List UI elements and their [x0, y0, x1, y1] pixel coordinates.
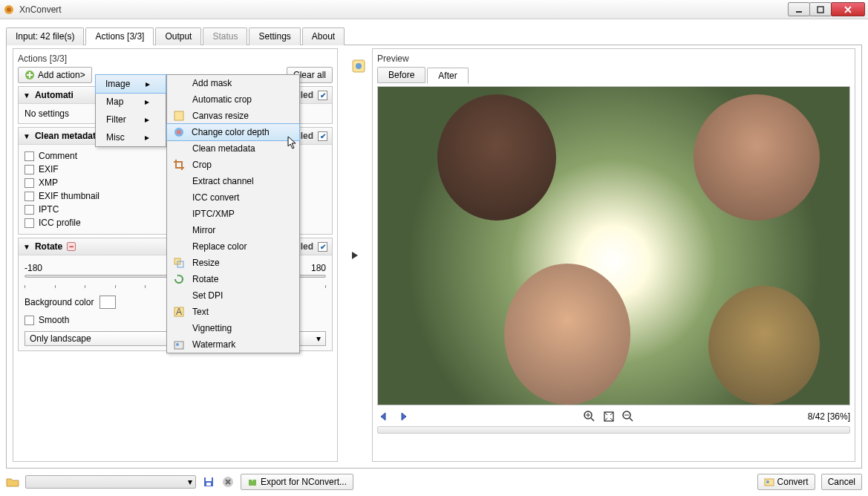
- tab-settings[interactable]: Settings: [249, 27, 300, 45]
- checkbox[interactable]: [25, 205, 34, 215]
- submenu-automatic-crop[interactable]: Automatic crop: [167, 91, 299, 108]
- submenu-resize[interactable]: Resize: [167, 255, 299, 271]
- export-label: Export for NConvert...: [261, 477, 347, 487]
- submenu-extract-channel[interactable]: Extract channel: [167, 173, 299, 189]
- main-tabs: Input: 42 file(s) Actions [3/3] Output S…: [6, 27, 862, 45]
- arrow-right-icon[interactable]: [347, 247, 363, 264]
- smooth-checkbox[interactable]: [25, 316, 34, 325]
- checkbox[interactable]: [25, 178, 34, 188]
- svg-point-6: [356, 63, 362, 69]
- submenu-iptc-xmp[interactable]: IPTC/XMP: [167, 206, 299, 222]
- cursor-icon: [287, 136, 299, 151]
- minimize-button[interactable]: [788, 2, 810, 16]
- next-image-button[interactable]: [397, 410, 410, 423]
- mid-column: [344, 48, 366, 462]
- chevron-right-icon: ▸: [146, 79, 150, 89]
- close-button[interactable]: [831, 2, 865, 16]
- menu-label: Misc: [106, 132, 125, 143]
- meta-label: EXIF thumbnail: [39, 191, 99, 201]
- tab-after[interactable]: After: [427, 68, 468, 84]
- submenu-rotate[interactable]: Rotate: [167, 271, 299, 287]
- chevron-right-icon: ▸: [145, 132, 149, 143]
- enabled-checkbox[interactable]: [318, 91, 327, 100]
- submenu-replace-color[interactable]: Replace color: [167, 238, 299, 255]
- landscape-value: Only landscape: [30, 333, 91, 344]
- submenu-mirror[interactable]: Mirror: [167, 222, 299, 238]
- window-controls: [789, 2, 865, 16]
- preview-scrollbar[interactable]: [377, 426, 850, 434]
- menu-label: ICC convert: [192, 192, 239, 203]
- profile-select[interactable]: ▾: [25, 475, 196, 489]
- enabled-checkbox[interactable]: [318, 131, 327, 141]
- menu-label: Vignetting: [192, 323, 232, 333]
- menu-item-map[interactable]: Map▸: [96, 93, 166, 111]
- export-nconvert-button[interactable]: Export for NConvert...: [241, 474, 353, 490]
- submenu-vignetting[interactable]: Vignetting: [167, 320, 299, 336]
- open-folder-button[interactable]: [6, 475, 19, 489]
- menu-label: Watermark: [192, 339, 235, 350]
- tab-before[interactable]: Before: [377, 67, 425, 83]
- svg-rect-10: [174, 111, 183, 120]
- enabled-checkbox[interactable]: [318, 242, 327, 252]
- zoom-in-button[interactable]: [583, 410, 596, 423]
- preview-tabs: Before After: [377, 67, 850, 83]
- zoom-fit-button[interactable]: [602, 410, 616, 423]
- menu-label: Extract channel: [192, 176, 254, 186]
- window-titlebar: XnConvert: [0, 0, 868, 19]
- svg-text:A: A: [176, 307, 182, 317]
- delete-button[interactable]: [221, 475, 235, 489]
- submenu-icc-convert[interactable]: ICC convert: [167, 189, 299, 206]
- add-action-button[interactable]: Add action>: [18, 67, 92, 83]
- chevron-right-icon: ▸: [145, 97, 149, 107]
- submenu-set-dpi[interactable]: Set DPI: [167, 287, 299, 304]
- svg-rect-21: [206, 483, 211, 486]
- svg-rect-3: [818, 7, 823, 13]
- menu-item-image[interactable]: Image▸: [95, 74, 166, 94]
- color-depth-icon: [173, 126, 185, 138]
- main-tabs-wrap: Input: 42 file(s) Actions [3/3] Output S…: [0, 19, 868, 45]
- tab-about[interactable]: About: [302, 27, 345, 45]
- maximize-button[interactable]: [809, 2, 832, 16]
- zoom-out-button[interactable]: [621, 410, 635, 423]
- remove-section-icon[interactable]: −: [67, 242, 76, 251]
- submenu-crop[interactable]: Crop: [167, 157, 299, 173]
- convert-button[interactable]: Convert: [757, 474, 815, 490]
- submenu-watermark[interactable]: Watermark: [167, 336, 299, 353]
- tab-output[interactable]: Output: [155, 27, 201, 45]
- image-actions-submenu: Add mask Automatic crop Canvas resize Ch…: [166, 74, 300, 353]
- meta-label: EXIF: [39, 164, 59, 174]
- submenu-text[interactable]: AText: [167, 304, 299, 320]
- checkbox[interactable]: [25, 151, 34, 161]
- checkbox[interactable]: [25, 165, 34, 174]
- section-automatic-title: Automati: [35, 90, 74, 100]
- cancel-button[interactable]: Cancel: [821, 474, 862, 490]
- preview-image[interactable]: [378, 87, 849, 405]
- convert-label: Convert: [777, 477, 809, 487]
- submenu-change-color-depth[interactable]: Change color depth: [166, 123, 300, 141]
- bg-color-swatch[interactable]: [99, 296, 116, 309]
- preview-refresh-icon[interactable]: [350, 58, 367, 74]
- checkbox[interactable]: [25, 218, 34, 228]
- tab-actions[interactable]: Actions [3/3]: [85, 27, 154, 45]
- submenu-canvas-resize[interactable]: Canvas resize: [167, 108, 299, 124]
- bottom-bar: ▾ Export for NConvert... Convert Cancel: [6, 474, 862, 490]
- svg-rect-24: [765, 479, 774, 486]
- chevron-down-icon: ▼: [23, 243, 30, 251]
- svg-rect-17: [174, 342, 183, 349]
- preview-toolbar: 8/42 [36%]: [377, 410, 850, 423]
- checkbox[interactable]: [25, 192, 34, 201]
- prev-image-button[interactable]: [377, 410, 391, 423]
- enabled-label: led: [301, 90, 313, 100]
- svg-point-25: [766, 480, 769, 483]
- save-button[interactable]: [202, 475, 215, 489]
- submenu-add-mask[interactable]: Add mask: [167, 75, 299, 91]
- tab-status[interactable]: Status: [203, 27, 247, 45]
- submenu-clean-metadata[interactable]: Clean metadata: [167, 140, 299, 157]
- menu-label: Filter: [106, 114, 126, 125]
- bg-color-label: Background color: [25, 297, 94, 307]
- menu-item-misc[interactable]: Misc▸: [96, 128, 166, 146]
- menu-item-filter[interactable]: Filter▸: [96, 111, 166, 128]
- chevron-down-icon: ▼: [23, 132, 30, 140]
- tab-input[interactable]: Input: 42 file(s): [6, 27, 84, 45]
- svg-rect-2: [796, 11, 802, 13]
